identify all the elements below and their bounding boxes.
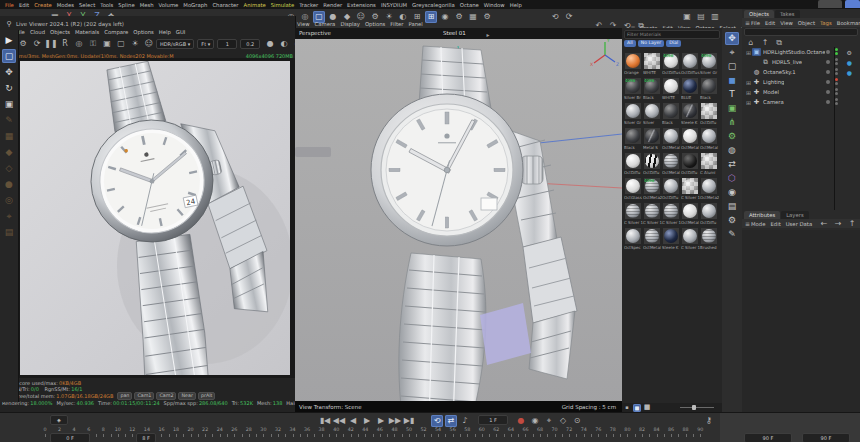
objects-menu-edit[interactable]: Edit [765, 20, 775, 26]
render-view-icon[interactable]: ◉ [439, 11, 451, 23]
light-picker-icon[interactable]: ☀ [129, 38, 141, 50]
key-range-icon[interactable]: ⚷ [703, 415, 715, 427]
material-thumbnail[interactable]: Black [700, 77, 719, 101]
layer-dot[interactable] [826, 90, 830, 94]
enable-axis-icon[interactable]: ◍ [725, 144, 739, 157]
text-tool-icon[interactable]: T [725, 88, 739, 101]
move-tool-icon[interactable]: ✥ [2, 65, 16, 79]
autokey-button[interactable]: ◈ [50, 415, 68, 425]
menu-greyscalegorilla[interactable]: Greyscalegorilla [412, 2, 455, 8]
menu-tracker[interactable]: Tracker [299, 2, 318, 8]
layout-tab-active[interactable] [845, 0, 860, 8]
pick-object-icon[interactable]: ◇ [2, 161, 16, 175]
material-thumbnail[interactable]: Silver [643, 102, 662, 126]
sound-icon[interactable]: ♪ [459, 415, 471, 427]
white-balance-icon[interactable]: ◎ [2, 193, 16, 207]
material-thumbnail[interactable]: OctDiffu [624, 152, 643, 176]
tab-layers[interactable]: Layers [781, 211, 809, 219]
enable-dot-gray[interactable] [835, 92, 838, 95]
stat-button-cam1[interactable]: Cam1 [134, 392, 154, 400]
prev-frame-button[interactable]: ◀ [347, 415, 359, 427]
ping-pong-icon[interactable]: ⇄ [445, 415, 457, 427]
octane-logo-button[interactable]: ▶ [2, 33, 16, 47]
lv-menu-materials[interactable]: Materials [75, 29, 99, 35]
material-thumbnail[interactable]: OctMetal [643, 227, 662, 251]
object-name[interactable]: HDRLightStudio.Octane [763, 49, 825, 55]
lv-menu-gui[interactable]: GUI [176, 29, 186, 35]
menu-simulate[interactable]: Simulate [271, 2, 294, 8]
material-filter-input[interactable]: Filter Materials [624, 30, 720, 39]
camera-target-icon[interactable]: ⌖ [2, 209, 16, 223]
frame-step-field[interactable]: 1 F [478, 415, 508, 425]
layout-tab[interactable] [818, 0, 842, 8]
reset-icon[interactable]: R [59, 38, 71, 50]
overlay-icon[interactable]: ▤ [2, 225, 16, 239]
expander-icon[interactable]: ⊞ [745, 49, 752, 56]
viewport-menu-options[interactable]: Options [365, 21, 385, 27]
enable-dot-gray[interactable] [835, 62, 838, 65]
material-thumbnail[interactable]: OctMetal [662, 152, 681, 176]
lv-menu-help[interactable]: Help [159, 29, 171, 35]
snap-settings-icon[interactable]: ⚙ [725, 214, 739, 227]
material-thumbnail[interactable]: 4096OctDiffus [662, 52, 681, 76]
lv-menu-cloud[interactable]: Cloud [30, 29, 45, 35]
current-frame-box[interactable]: 0 F [50, 433, 90, 442]
panel-splitter-handle[interactable] [295, 147, 331, 157]
goto-start-button[interactable]: ▮◀ [319, 415, 331, 427]
material-thumbnail[interactable]: 4096Silver Br [624, 77, 643, 101]
pick-focus-icon[interactable]: ◎ [73, 38, 85, 50]
menu-spline[interactable]: Spline [118, 2, 134, 8]
material-thumbnail[interactable]: Brushed [700, 227, 719, 251]
range-end-field[interactable]: 90 F [744, 433, 792, 442]
layer-button-all[interactable]: All [624, 40, 636, 47]
autokey-ring-icon[interactable]: ◉ [529, 415, 541, 427]
frame-marker-box[interactable]: 8 F [136, 433, 156, 442]
enable-dot-gray[interactable] [835, 82, 838, 85]
thumb-zoom-slider-track[interactable] [680, 407, 714, 408]
enable-dot-red[interactable] [835, 78, 838, 81]
menu-animate[interactable]: Animate [244, 2, 266, 8]
menu-tools[interactable]: Tools [100, 2, 113, 8]
menu-mesh[interactable]: Mesh [140, 2, 154, 8]
attributes-menu-mode[interactable]: Mode [751, 221, 765, 227]
objects-menu-view[interactable]: View [780, 20, 793, 26]
render-settings-icon[interactable]: ⚙ [453, 11, 465, 23]
up-arrow-icon[interactable]: ↑ [846, 218, 858, 230]
response-curve-select[interactable]: HDR/sRGB ▾ [156, 39, 194, 49]
material-thumbnail[interactable]: OctDiffu [643, 152, 662, 176]
object-tree-item[interactable]: ⊞✚Lighting [742, 77, 860, 87]
material-thumbnail[interactable]: OctMetal [681, 202, 700, 226]
thumb-size-large-icon[interactable]: ■ [643, 404, 651, 412]
menu-render[interactable]: Render [323, 2, 342, 8]
layer-dot[interactable] [826, 50, 830, 54]
thumb-zoom-slider-handle[interactable] [692, 405, 696, 410]
preview-end-field[interactable]: 90 F [802, 433, 850, 442]
menu-file[interactable]: File [5, 2, 14, 8]
objects-menu-file[interactable]: File [751, 20, 760, 26]
points-mode-icon[interactable]: ▣ [725, 102, 739, 115]
perspective-viewport[interactable]: Perspective Steel 01 ▸ [295, 28, 623, 412]
selected-polygons-highlight[interactable] [480, 303, 531, 365]
viewport-menu-display[interactable]: Display [340, 21, 360, 27]
next-frame-button[interactable]: ▶ [375, 415, 387, 427]
material-thumbnail[interactable]: Steele K [681, 102, 700, 126]
blue-tag-icon[interactable]: ● [847, 59, 852, 66]
material-thumbnail[interactable]: C Silver 1 [662, 202, 681, 226]
sphere-toggle-icon[interactable]: ● [264, 38, 276, 50]
back-arrow-icon[interactable]: ← [818, 218, 830, 230]
object-name[interactable]: HDRLS_live [772, 59, 802, 65]
menu-volume[interactable]: Volume [159, 2, 179, 8]
gamma-field[interactable]: 0.2 [240, 39, 260, 49]
material-thumbnail[interactable]: WHITE [643, 52, 662, 76]
pen-tool-icon[interactable]: ✎ [2, 113, 16, 127]
play-button[interactable]: ▶ [361, 415, 373, 427]
thumb-size-medium-icon[interactable]: ◼ [633, 404, 641, 412]
object-name[interactable]: Camera [763, 99, 784, 105]
lv-menu-options[interactable]: Options [133, 29, 153, 35]
prev-key-button[interactable]: ◀◀ [333, 415, 345, 427]
material-thumbnail[interactable]: Black [624, 127, 643, 151]
material-thumbnail[interactable]: BLUE [681, 77, 700, 101]
blue-tag-icon[interactable]: ● [847, 69, 852, 76]
gear-tag-icon[interactable]: ⚙ [847, 49, 852, 56]
timeline-ruler[interactable]: 0246810121416182022242628303234363840424… [0, 427, 720, 437]
